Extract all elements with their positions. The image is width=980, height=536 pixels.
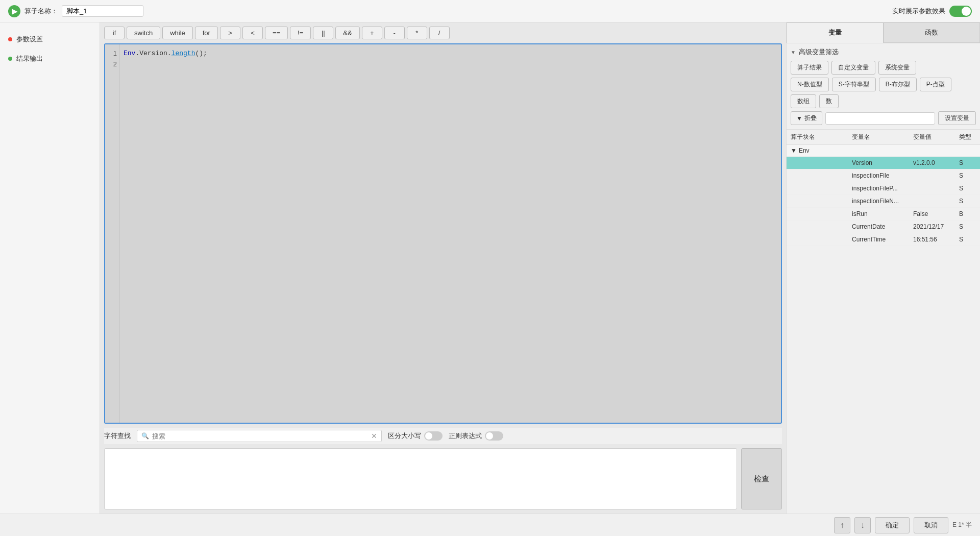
search-clear-button[interactable]: ✕ xyxy=(371,432,377,440)
set-var-button[interactable]: 设置变量 xyxy=(938,111,976,125)
row-type: S xyxy=(959,223,980,230)
top-bar: ▶ 算子名称： 实时展示参数效果 xyxy=(0,0,980,22)
footer: ↑ ↓ 确定 取消 E 1* 半 xyxy=(0,514,980,536)
row-type: S xyxy=(959,172,980,179)
var-table: 算子块名 变量名 变量值 类型 ▼ Env Version v1.2.0.0 S… xyxy=(787,130,980,514)
center-content: ifswitchwhilefor><==!=||&&+-*/ 1 2 Env.V… xyxy=(100,22,786,514)
sidebar-item-output[interactable]: 结果输出 xyxy=(0,50,100,67)
row-name: inspectionFileP... xyxy=(852,185,913,192)
code-env: Env xyxy=(124,50,135,57)
table-row[interactable]: Version v1.2.0.0 S xyxy=(787,157,980,169)
table-row[interactable]: inspectionFileP... S xyxy=(787,182,980,195)
fold-button[interactable]: ▼ 折叠 xyxy=(791,111,822,125)
search-input-wrap: 🔍 ✕ xyxy=(137,430,382,442)
search-label: 字符查找 xyxy=(104,431,131,441)
code-editor[interactable]: 1 2 Env.Version.length(); xyxy=(104,43,782,424)
case-toggle[interactable] xyxy=(424,431,443,441)
filter-row2: N-数值型 S-字符串型 B-布尔型 P-点型 xyxy=(791,78,976,91)
filter-row1: 算子结果 自定义变量 系统变量 xyxy=(791,61,976,75)
realtime-toggle[interactable] xyxy=(949,6,972,17)
toolbar-btn-eq[interactable]: == xyxy=(265,27,288,39)
sidebar-item-params[interactable]: 参数设置 xyxy=(0,31,100,48)
filter-n-numeric[interactable]: N-数值型 xyxy=(791,78,829,91)
toolbar-btn-for[interactable]: for xyxy=(195,27,218,39)
table-row[interactable]: CurrentTime 16:51:56 S xyxy=(787,233,980,246)
row-name: CurrentDate xyxy=(852,223,913,230)
row-name: isRun xyxy=(852,210,913,217)
row-name: inspectionFile xyxy=(852,172,913,179)
main-layout: 参数设置 结果输出 ifswitchwhilefor><==!=||&&+-*/… xyxy=(0,22,980,514)
toolbar-btn-mul[interactable]: * xyxy=(407,27,427,39)
var-filter-header: ▼ 高级变量筛选 xyxy=(791,47,976,57)
regex-label: 正则表达式 xyxy=(449,431,482,441)
params-dot xyxy=(8,37,12,41)
code-content[interactable]: Env.Version.length(); xyxy=(119,44,781,423)
filter-sys-var[interactable]: 系统变量 xyxy=(878,61,916,75)
tab-funcs[interactable]: 函数 xyxy=(884,22,981,43)
cancel-button[interactable]: 取消 xyxy=(914,517,948,533)
toolbar-btn-lt[interactable]: < xyxy=(242,27,263,39)
filter-algo-result[interactable]: 算子结果 xyxy=(791,61,828,75)
toolbar-btn-and[interactable]: && xyxy=(335,27,359,39)
toolbar-btn-if[interactable]: if xyxy=(104,27,125,39)
filter-array[interactable]: 数组 xyxy=(791,94,816,108)
group-env-label: Env xyxy=(799,147,810,154)
realtime-label: 实时展示参数效果 xyxy=(892,7,945,16)
var-rows-container: Version v1.2.0.0 S inspectionFile S insp… xyxy=(787,157,980,246)
top-bar-right: 实时展示参数效果 xyxy=(892,6,972,17)
sidebar-output-label: 结果输出 xyxy=(16,54,43,63)
table-row[interactable]: CurrentDate 2021/12/17 S xyxy=(787,221,980,233)
toolbar-btn-switch[interactable]: switch xyxy=(127,27,160,39)
tab-vars[interactable]: 变量 xyxy=(787,22,884,43)
filter-number[interactable]: 数 xyxy=(819,94,839,108)
filter-s-string[interactable]: S-字符串型 xyxy=(832,78,876,91)
row-type: S xyxy=(959,236,980,243)
filter-title: 高级变量筛选 xyxy=(799,47,839,57)
var-table-header: 算子块名 变量名 变量值 类型 xyxy=(787,130,980,145)
toolbar-btn-pipe[interactable]: || xyxy=(313,27,333,39)
row-type: S xyxy=(959,185,980,192)
row-value: 2021/12/17 xyxy=(913,223,959,230)
toolbar-btn-neq[interactable]: != xyxy=(290,27,311,39)
toolbar-btn-plus[interactable]: + xyxy=(362,27,382,39)
confirm-button[interactable]: 确定 xyxy=(875,517,910,533)
toolbar-btn-div[interactable]: / xyxy=(429,27,450,39)
filter-custom-var[interactable]: 自定义变量 xyxy=(831,61,875,75)
search-bar: 字符查找 🔍 ✕ 区分大小写 正则表达式 xyxy=(104,428,782,444)
var-filter: ▼ 高级变量筛选 算子结果 自定义变量 系统变量 N-数值型 S-字符串型 B-… xyxy=(787,43,980,130)
table-row[interactable]: inspectionFile S xyxy=(787,169,980,182)
row-name: inspectionFileN... xyxy=(852,198,913,205)
row-value: v1.2.0.0 xyxy=(913,159,959,166)
search-icon: 🔍 xyxy=(141,432,149,440)
toolbar-btn-minus[interactable]: - xyxy=(384,27,405,39)
output-dot xyxy=(8,57,12,61)
result-textarea[interactable] xyxy=(104,448,737,509)
filter-row3: 数组 数 xyxy=(791,94,976,108)
footer-status: E 1* 半 xyxy=(952,521,972,529)
table-row[interactable]: inspectionFileN... S xyxy=(787,195,980,208)
script-name-input[interactable] xyxy=(62,5,143,17)
code-method: length xyxy=(172,50,195,57)
toolbar-btn-gt[interactable]: > xyxy=(220,27,240,39)
right-panel: 变量 函数 ▼ 高级变量筛选 算子结果 自定义变量 系统变量 N-数值型 S-字… xyxy=(786,22,980,514)
nav-down-button[interactable]: ↓ xyxy=(854,517,871,533)
top-bar-left: ▶ 算子名称： xyxy=(8,5,143,17)
sidebar: 参数设置 结果输出 xyxy=(0,22,100,514)
col-block: 算子块名 xyxy=(791,133,852,141)
search-input[interactable] xyxy=(152,432,368,440)
check-button[interactable]: 检查 xyxy=(741,448,782,509)
right-tabs: 变量 函数 xyxy=(787,22,980,43)
nav-up-button[interactable]: ↑ xyxy=(834,517,850,533)
filter-p-point[interactable]: P-点型 xyxy=(920,78,951,91)
regex-toggle[interactable] xyxy=(485,431,503,441)
regex-option: 正则表达式 xyxy=(449,431,503,441)
toolbar-btn-while[interactable]: while xyxy=(162,27,193,39)
row-name: CurrentTime xyxy=(852,236,913,243)
fold-search-input[interactable] xyxy=(825,112,935,125)
table-row[interactable]: isRun False B xyxy=(787,208,980,221)
app-logo: ▶ xyxy=(8,5,20,17)
case-label: 区分大小写 xyxy=(388,431,421,441)
filter-b-bool[interactable]: B-布尔型 xyxy=(879,78,917,91)
var-group-env[interactable]: ▼ Env xyxy=(787,145,980,157)
col-value: 变量值 xyxy=(913,133,959,141)
